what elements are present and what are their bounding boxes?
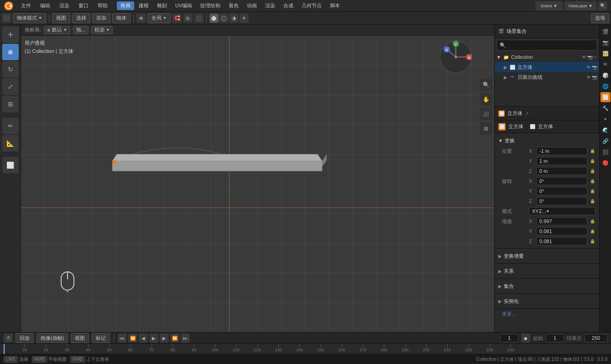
jump-end-btn[interactable]: ⏭	[181, 333, 190, 343]
scene-selector[interactable]: Scene ▼	[535, 1, 563, 10]
relations-header[interactable]: ▶ 关系	[495, 265, 599, 276]
render-icon[interactable]: 📷	[601, 37, 611, 47]
ortho-tool[interactable]: ⊞	[480, 122, 492, 135]
coord-system-dropdown[interactable]: ⊕ 默认 ▼	[44, 26, 70, 34]
playback-menu[interactable]: 回放	[16, 333, 34, 343]
particle-icon[interactable]: ✦	[601, 114, 611, 124]
overlay-icon[interactable]: ⬚	[194, 14, 204, 23]
menu-window[interactable]: 窗口	[75, 1, 92, 10]
end-frame-input[interactable]: 250	[585, 334, 607, 342]
prev-frame-btn[interactable]: ◀	[139, 333, 148, 343]
constraints-icon[interactable]: 🔗	[601, 136, 611, 146]
outliner-bezier[interactable]: ▶ 〜 贝塞尔曲线 👁 📷	[495, 72, 599, 82]
select-mode[interactable]: 框选 ▼	[91, 26, 113, 34]
object-menu[interactable]: 物体	[112, 13, 131, 23]
rotate-tool[interactable]: ↻	[2, 61, 19, 78]
viewlayer-selector[interactable]: ViewLayer ▼	[564, 1, 596, 10]
material-icon[interactable]: 🔴	[601, 158, 611, 168]
rot-y-lock[interactable]: 🔒	[589, 188, 595, 194]
object-prop-icon[interactable]: ⬜	[601, 92, 611, 102]
start-frame-input[interactable]: 1	[546, 334, 564, 342]
scale-y-lock[interactable]: 🔒	[589, 228, 595, 234]
jump-fwd-btn[interactable]: ⏩	[170, 333, 179, 343]
menu-render[interactable]: 渲染	[56, 1, 73, 10]
instancing-header[interactable]: ▶ 实例化	[495, 296, 599, 307]
rot-x-lock[interactable]: 🔒	[589, 178, 595, 184]
move-tool[interactable]: ⊕	[2, 44, 19, 60]
bezier-visibility[interactable]: 👁	[586, 75, 591, 80]
object-data-icon[interactable]: ⬛	[601, 147, 611, 157]
menu-file[interactable]: 文件	[17, 1, 35, 10]
tab-modeling[interactable]: 建模	[135, 1, 152, 10]
menu-help[interactable]: 帮助	[94, 1, 111, 10]
tab-geometry-nodes[interactable]: 几何节点	[298, 1, 325, 10]
loc-y-lock[interactable]: 🔒	[589, 158, 595, 164]
rot-x-input[interactable]: 0°	[536, 177, 587, 185]
physics-icon[interactable]: 🌊	[601, 125, 611, 135]
delta-header[interactable]: ▶ 变换增量	[495, 250, 599, 261]
tab-uv[interactable]: UV编辑	[172, 1, 196, 10]
material-mode[interactable]: ◑	[230, 14, 239, 23]
scale-z-lock[interactable]: 🔒	[589, 238, 595, 244]
modifier-icon[interactable]: 🔧	[601, 103, 611, 113]
keyframe-icon[interactable]: ◆	[521, 333, 530, 343]
select-menu[interactable]: 选择	[72, 13, 90, 23]
global-selector[interactable]: 全局	[147, 13, 171, 23]
outliner-collection[interactable]: ▼ 📁 Collection 👁 📷 ✓	[495, 52, 599, 62]
cube-render[interactable]: 📷	[592, 65, 597, 70]
scale-tool[interactable]: ⤢	[2, 78, 19, 95]
next-frame-btn[interactable]: ▶	[160, 333, 169, 343]
transform-icon[interactable]: ⊕	[136, 14, 146, 23]
snap-icon[interactable]: 🧲	[172, 14, 182, 23]
view-menu-timeline[interactable]: 视图	[71, 333, 89, 343]
visibility-toggle[interactable]: 👁	[582, 55, 586, 60]
tab-layout[interactable]: 布局	[117, 1, 134, 10]
tab-animation[interactable]: 动画	[243, 1, 261, 10]
render-toggle[interactable]: 📷	[587, 55, 593, 60]
play-btn[interactable]: ▶	[149, 333, 158, 343]
mode-selector[interactable]: 物体模式	[13, 13, 46, 23]
exclude-toggle[interactable]: ✓	[594, 55, 597, 60]
zoom-tool[interactable]: 🔍	[480, 78, 492, 91]
tab-compositing[interactable]: 合成	[280, 1, 297, 10]
more-label[interactable]: 更多...	[502, 311, 516, 317]
tab-sculpt[interactable]: 雕刻	[153, 1, 171, 10]
search-btn[interactable]: 🔍	[598, 1, 607, 10]
loc-y-input[interactable]: 1 m	[536, 157, 587, 165]
loc-x-lock[interactable]: 🔒	[589, 148, 595, 154]
scene-icon[interactable]: 🎬	[601, 26, 611, 36]
annotate-tool[interactable]: ✏	[2, 118, 19, 134]
outliner-search[interactable]: 🔍	[496, 40, 597, 51]
scale-x-input[interactable]: 0.997	[536, 217, 587, 225]
current-frame-input[interactable]: 1	[500, 334, 518, 342]
options-btn[interactable]: 选项	[591, 13, 609, 23]
proportional-icon[interactable]: ◎	[183, 14, 193, 23]
rot-z-input[interactable]: 0°	[536, 197, 587, 205]
cursor-tool[interactable]: ✛	[2, 26, 19, 43]
tab-texture[interactable]: 纹理绘制	[197, 1, 224, 10]
rot-y-input[interactable]: 0°	[536, 187, 587, 195]
scene-prop-icon[interactable]: 🎲	[601, 70, 611, 80]
loc-x-input[interactable]: -1 m	[536, 147, 587, 155]
menu-edit[interactable]: 编辑	[37, 1, 54, 10]
navigation-gizmo[interactable]: Y X Z	[439, 40, 473, 74]
loc-z-input[interactable]: 0 m	[536, 167, 587, 175]
marker-menu[interactable]: 标记	[92, 333, 110, 343]
tab-scripting[interactable]: 脚本	[326, 1, 344, 10]
view-layer-icon[interactable]: 👁	[601, 59, 611, 69]
measure-tool[interactable]: 📐	[2, 135, 19, 151]
editor-type-btn[interactable]: ⬛	[2, 14, 11, 23]
scale-x-lock[interactable]: 🔒	[589, 218, 595, 224]
solid-mode[interactable]: ⬤	[209, 14, 219, 23]
pan-tool[interactable]: ✋	[480, 93, 492, 106]
mode-selector[interactable]: XYZ...	[529, 207, 595, 215]
timeline-editor-type[interactable]: ⏱	[4, 333, 13, 343]
viewport[interactable]: 用户透视 (1) Collection | 立方体	[21, 36, 494, 332]
view-menu[interactable]: 视图	[52, 13, 70, 23]
camera-tool[interactable]: 🎥	[480, 108, 492, 120]
drag-mode[interactable]: 拖...	[73, 26, 89, 34]
transform-tool[interactable]: ⊞	[2, 96, 19, 112]
sync-menu[interactable]: 抱像(插帧)	[37, 333, 68, 343]
jump-start-btn[interactable]: ⏮	[118, 333, 127, 343]
add-primitive-tool[interactable]: ⬜	[2, 157, 19, 173]
